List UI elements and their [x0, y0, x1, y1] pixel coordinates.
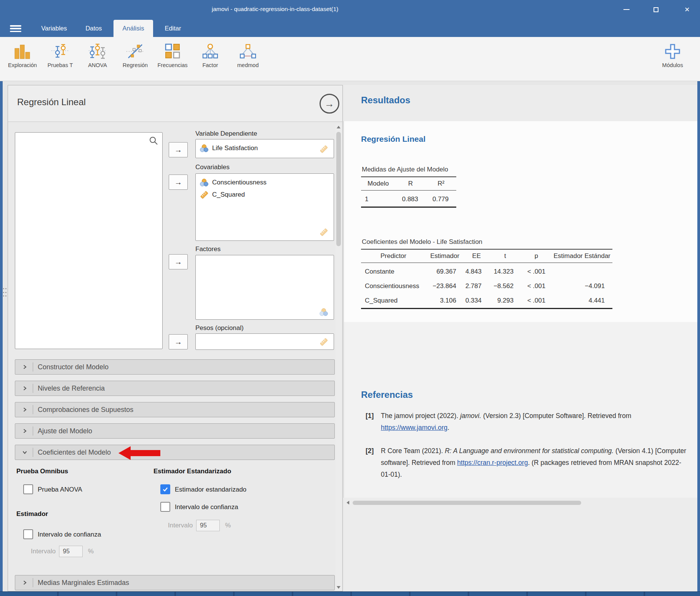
ribbon-exploracion-button[interactable]: Exploración	[4, 39, 41, 79]
chevron-right-icon	[22, 364, 27, 370]
references-title: Referencias	[361, 389, 413, 400]
hamburger-menu-icon[interactable]	[10, 25, 21, 32]
cran-link[interactable]: https://cran.r-project.org	[457, 459, 528, 466]
options-vertical-scrollbar[interactable]	[336, 123, 342, 591]
std-intervalo-confianza-checkbox[interactable]	[160, 502, 170, 512]
close-button[interactable]: ✕	[678, 0, 696, 19]
scrollbar-thumb[interactable]	[353, 501, 581, 505]
ribbon-frecuencias-button[interactable]: Frecuencias	[154, 39, 191, 79]
ribbon-regresion-button[interactable]: Regresión	[117, 39, 153, 79]
tab-editar[interactable]: Editar	[153, 20, 193, 37]
weights-box[interactable]	[195, 333, 334, 350]
table-title: Medidas de Ajuste del Modelo	[361, 166, 456, 177]
ribbon-modulos-button[interactable]: Módulos	[654, 39, 691, 79]
table-row: Constante 69.367 4.843 14.323 < .001	[361, 263, 612, 279]
est-intervalo-confianza-checkbox[interactable]	[23, 529, 33, 539]
model-fit-table: Medidas de Ajuste del Modelo Modelo R R²…	[361, 166, 456, 213]
ruler-hint-icon	[319, 144, 328, 154]
omnibus-heading: Prueba Omnibus	[16, 468, 68, 475]
results-panel: Resultados Regresión Lineal Medidas de A…	[344, 85, 697, 591]
move-to-dependent-button[interactable]: →	[169, 142, 188, 157]
section-ajuste-del-modelo[interactable]: Ajuste del Modelo	[15, 423, 335, 439]
covariate-item-2: C_Squared	[212, 191, 245, 199]
move-to-covariates-button[interactable]: →	[169, 175, 188, 190]
frequencies-icon	[164, 41, 181, 60]
ribbon-factor-button[interactable]: Factor	[192, 39, 229, 79]
jamovi-link[interactable]: https://www.jamovi.org	[381, 424, 447, 431]
title-bar: jamovi - quadratic-regression-in-class-d…	[0, 0, 700, 20]
covariates-box[interactable]: Conscientiousness C_Squared	[195, 173, 334, 241]
tab-variables[interactable]: Variables	[34, 20, 74, 37]
modules-plus-icon	[664, 41, 681, 60]
tab-analisis[interactable]: Análisis	[113, 20, 153, 37]
analysis-title: Regresión Lineal	[17, 97, 86, 107]
scroll-up-arrow-icon[interactable]	[337, 126, 340, 128]
reference-number: [2]	[366, 445, 381, 481]
maximize-button[interactable]	[647, 0, 665, 19]
options-panel-header: Regresión Lineal →	[8, 85, 342, 122]
results-section-title: Regresión Lineal	[361, 135, 425, 144]
reference-number: [1]	[366, 410, 381, 434]
est-intervalo-confianza-label: Intervalo de confianza	[38, 531, 101, 538]
prueba-anova-label: Prueba ANOVA	[38, 486, 82, 493]
move-to-factors-button[interactable]: →	[169, 254, 188, 269]
window-left-border	[0, 81, 3, 591]
variable-source-list[interactable]	[15, 132, 163, 349]
section-comprobaciones-de-supuestos[interactable]: Comprobaciones de Supuestos	[15, 402, 335, 417]
dependent-variable-label: Variable Dependiente	[195, 130, 257, 138]
estimador-heading: Estimador	[16, 510, 48, 518]
factors-label: Factores	[195, 245, 221, 253]
section-coeficientes-del-modelo[interactable]: Coeficientes del Modelo	[15, 445, 335, 460]
analysis-ribbon: Exploración Pruebas T	[0, 37, 700, 81]
estimador-estandarizado-label: Estimador estandarizado	[175, 486, 246, 493]
table-row: C_Squared 3.106 0.334 9.293 < .001 4.441	[361, 293, 612, 309]
nominal-hint-icon	[319, 308, 328, 316]
t-test-icon	[51, 41, 69, 60]
minimize-button[interactable]	[618, 0, 635, 19]
section-constructor-del-modelo[interactable]: Constructor del Modelo	[15, 359, 335, 375]
ribbon-medmod-button[interactable]: medmod	[230, 39, 266, 79]
ruler-hint-icon	[319, 228, 328, 237]
list-item: Conscientiousness	[196, 175, 334, 187]
search-icon	[149, 136, 158, 146]
ruler-hint-icon	[319, 337, 328, 346]
left-edge-drag-handle[interactable]	[3, 288, 6, 298]
estimador-estandarizado-checkbox[interactable]	[160, 484, 170, 494]
spreadsheet-edge-strip	[0, 591, 700, 596]
results-horizontal-scrollbar[interactable]	[353, 500, 689, 506]
maximize-icon	[654, 7, 658, 12]
list-item: Life Satisfaction	[196, 141, 334, 153]
est-intervalo-input[interactable]	[59, 546, 83, 557]
scroll-down-arrow-icon[interactable]	[337, 586, 340, 589]
section-niveles-de-referencia[interactable]: Niveles de Referencia	[15, 381, 335, 396]
std-percent-label: %	[225, 522, 231, 529]
covariates-label: Covariables	[195, 163, 230, 171]
standardized-heading: Estimador Estandarizado	[153, 468, 231, 475]
anova-icon	[88, 41, 107, 60]
weights-label: Pesos (opcional)	[195, 324, 244, 332]
window-right-border	[697, 81, 700, 591]
reference-item: [2] R Core Team (2021). R: A Language an…	[366, 445, 693, 481]
prueba-anova-checkbox[interactable]	[23, 484, 33, 494]
table-title: Coeficientes del Modelo - Life Satisfact…	[361, 238, 612, 249]
move-to-weights-button[interactable]: →	[169, 334, 188, 349]
chevron-right-icon	[22, 428, 27, 434]
medmod-icon	[239, 41, 257, 60]
ribbon-anova-button[interactable]: ANOVA	[79, 39, 116, 79]
std-intervalo-input[interactable]	[196, 520, 220, 531]
std-intervalo-label: Intervalo	[168, 522, 193, 529]
minimize-icon	[623, 9, 630, 10]
tab-datos[interactable]: Datos	[74, 20, 113, 37]
dependent-variable-box[interactable]: Life Satisfaction	[195, 139, 334, 158]
scroll-left-arrow-icon[interactable]	[347, 501, 349, 505]
chevron-down-icon	[22, 450, 27, 455]
chevron-right-icon	[22, 386, 27, 391]
est-intervalo-label: Intervalo	[31, 548, 56, 555]
scrollbar-thumb[interactable]	[336, 132, 341, 246]
ribbon-pruebas-t-button[interactable]: Pruebas T	[42, 39, 78, 79]
section-medias-marginales-estimadas[interactable]: Medias Marginales Estimadas	[15, 575, 335, 590]
regression-icon	[126, 41, 144, 60]
factors-box[interactable]	[195, 255, 334, 320]
table-row: Conscientiousness −23.864 2.787 −8.562 <…	[361, 279, 612, 293]
collapse-options-arrow-button[interactable]: →	[320, 94, 339, 114]
